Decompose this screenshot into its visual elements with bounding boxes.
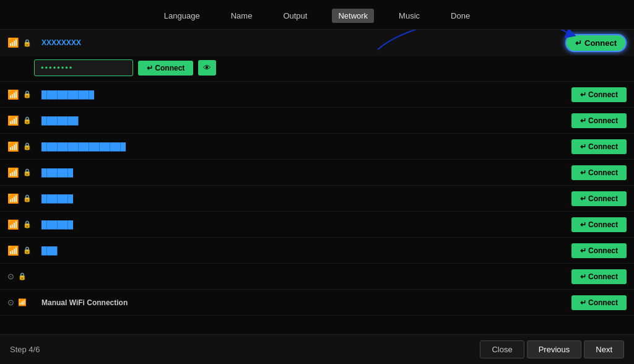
top-nav: Language Name Output Network Music Done xyxy=(0,0,634,30)
nav-music[interactable]: Music xyxy=(393,9,426,23)
wifi-lock-icon-4: 🔒 xyxy=(23,168,32,176)
wifi-list: 📶 🔒 XXXXXXXX ↵ Connect ↵ Connect 👁 📶 🔒 █… xyxy=(0,30,634,330)
show-password-button[interactable]: 👁 xyxy=(198,60,216,76)
wifi-signal-icon: 📶 xyxy=(7,37,19,48)
wifi-icons-5: 📶 🔒 xyxy=(7,193,41,204)
password-input[interactable] xyxy=(34,59,133,76)
nav-done[interactable]: Done xyxy=(445,9,476,23)
nav-name[interactable]: Name xyxy=(225,9,259,23)
wifi-lock-icon-2: 🔒 xyxy=(23,116,32,124)
wifi-signal-icon-3: 📶 xyxy=(7,141,19,152)
wifi-lock-icon-5: 🔒 xyxy=(23,194,32,202)
wifi-icons-1: 📶 🔒 xyxy=(7,89,41,100)
previous-button[interactable]: Previous xyxy=(527,340,582,358)
wifi-row-4: 📶 🔒 ██████ ↵ Connect xyxy=(0,160,634,186)
connect-button-2[interactable]: ↵ Connect xyxy=(571,113,627,128)
wifi-name-7: ███ xyxy=(41,246,571,255)
wifi-icons-8: ⊙ 🔒 xyxy=(7,272,41,281)
connect-button-7[interactable]: ↵ Connect xyxy=(571,243,627,258)
wifi-icons-2: 📶 🔒 xyxy=(7,115,41,126)
connect-button-5[interactable]: ↵ Connect xyxy=(571,191,627,206)
footer: Step 4/6 Close Previous Next xyxy=(0,334,634,364)
wifi-name-6: ██████ xyxy=(41,220,571,229)
wifi-row-6: 📶 🔒 ██████ ↵ Connect xyxy=(0,212,634,238)
wifi-signal-icon-6: 📶 xyxy=(7,219,19,230)
wifi-name-5: ██████ xyxy=(41,194,571,203)
password-connect-button[interactable]: ↵ Connect xyxy=(138,61,193,76)
wifi-row-5: 📶 🔒 ██████ ↵ Connect xyxy=(0,186,634,212)
wifi-signal-icon-8: ⊙ xyxy=(7,272,14,281)
wifi-row-1: 📶 🔒 ██████████ ↵ Connect xyxy=(0,82,634,108)
wifi-signal-icon-2: 📶 xyxy=(7,115,19,126)
wifi-row-7: 📶 🔒 ███ ↵ Connect xyxy=(0,238,634,264)
connect-button-3[interactable]: ↵ Connect xyxy=(571,139,627,154)
nav-network[interactable]: Network xyxy=(332,9,374,23)
wifi-signal-icon-5: 📶 xyxy=(7,193,19,204)
wifi-row-manual: ⊙ 📶 Manual WiFi Connection ↵ Connect xyxy=(0,290,634,316)
close-button[interactable]: Close xyxy=(480,340,524,358)
wifi-name-1: ██████████ xyxy=(41,90,571,99)
wifi-lock-icon-6: 🔒 xyxy=(23,220,32,228)
wifi-signal-icon-4: 📶 xyxy=(7,167,19,178)
wifi-icons-6: 📶 🔒 xyxy=(7,219,41,230)
step-indicator: Step 4/6 xyxy=(10,345,40,354)
wifi-icons-4: 📶 🔒 xyxy=(7,167,41,178)
wifi-row-2: 📶 🔒 ███████ ↵ Connect xyxy=(0,108,634,134)
wifi-icons-3: 📶 🔒 xyxy=(7,141,41,152)
wifi-name-manual: Manual WiFi Connection xyxy=(41,298,571,307)
wifi-lock-icon-8: 🔒 xyxy=(18,272,27,280)
password-row: ↵ Connect 👁 xyxy=(0,56,634,81)
nav-language[interactable]: Language xyxy=(158,9,206,23)
wifi-lock-icon-manual: 📶 xyxy=(18,298,27,306)
connect-button-8[interactable]: ↵ Connect xyxy=(571,269,627,284)
wifi-icons-7: 📶 🔒 xyxy=(7,245,41,256)
wifi-active-name: XXXXXXXX xyxy=(41,38,565,47)
footer-buttons: Close Previous Next xyxy=(480,340,624,358)
connect-button-1[interactable]: ↵ Connect xyxy=(571,87,627,102)
wifi-icons-manual: ⊙ 📶 xyxy=(7,298,41,307)
wifi-row-3: 📶 🔒 ████████████████ ↵ Connect xyxy=(0,134,634,160)
wifi-name-3: ████████████████ xyxy=(41,142,571,151)
nav-output[interactable]: Output xyxy=(277,9,313,23)
wifi-row-main-active: 📶 🔒 XXXXXXXX ↵ Connect xyxy=(0,30,634,56)
next-button[interactable]: Next xyxy=(584,340,624,358)
wifi-icons-active: 📶 🔒 xyxy=(7,37,41,48)
wifi-row-8: ⊙ 🔒 ↵ Connect xyxy=(0,264,634,290)
wifi-signal-icon-1: 📶 xyxy=(7,89,19,100)
wifi-row-active: 📶 🔒 XXXXXXXX ↵ Connect ↵ Connect 👁 xyxy=(0,30,634,82)
wifi-lock-icon: 🔒 xyxy=(23,39,32,47)
wifi-name-2: ███████ xyxy=(41,116,571,125)
connect-button-4[interactable]: ↵ Connect xyxy=(571,165,627,180)
connect-button-manual[interactable]: ↵ Connect xyxy=(571,295,627,310)
wifi-lock-icon-7: 🔒 xyxy=(23,246,32,254)
wifi-lock-icon-1: 🔒 xyxy=(23,90,32,98)
wifi-signal-icon-7: 📶 xyxy=(7,245,19,256)
wifi-active-connect-button[interactable]: ↵ Connect xyxy=(565,34,627,52)
wifi-lock-icon-3: 🔒 xyxy=(23,142,32,150)
wifi-name-4: ██████ xyxy=(41,168,571,177)
connect-button-6[interactable]: ↵ Connect xyxy=(571,217,627,232)
wifi-signal-icon-manual: ⊙ xyxy=(7,298,14,307)
